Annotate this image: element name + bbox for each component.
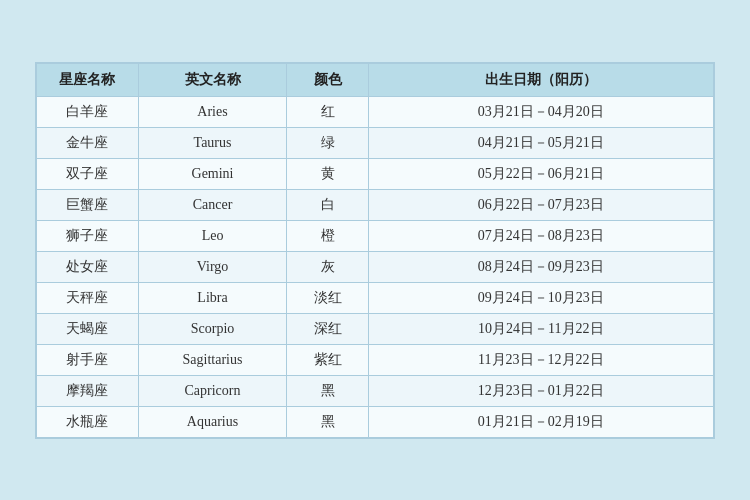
cell-english: Cancer	[138, 189, 287, 220]
cell-date: 01月21日－02月19日	[368, 406, 713, 437]
cell-color: 橙	[287, 220, 368, 251]
cell-chinese: 巨蟹座	[37, 189, 139, 220]
table-row: 白羊座Aries红03月21日－04月20日	[37, 96, 714, 127]
table-row: 巨蟹座Cancer白06月22日－07月23日	[37, 189, 714, 220]
cell-english: Aries	[138, 96, 287, 127]
header-date: 出生日期（阳历）	[368, 63, 713, 96]
cell-english: Virgo	[138, 251, 287, 282]
table-row: 摩羯座Capricorn黑12月23日－01月22日	[37, 375, 714, 406]
cell-date: 10月24日－11月22日	[368, 313, 713, 344]
table-row: 金牛座Taurus绿04月21日－05月21日	[37, 127, 714, 158]
cell-english: Gemini	[138, 158, 287, 189]
cell-english: Sagittarius	[138, 344, 287, 375]
cell-date: 08月24日－09月23日	[368, 251, 713, 282]
cell-color: 白	[287, 189, 368, 220]
table-row: 处女座Virgo灰08月24日－09月23日	[37, 251, 714, 282]
cell-color: 黑	[287, 375, 368, 406]
header-english: 英文名称	[138, 63, 287, 96]
cell-english: Capricorn	[138, 375, 287, 406]
cell-color: 黑	[287, 406, 368, 437]
cell-chinese: 处女座	[37, 251, 139, 282]
cell-chinese: 狮子座	[37, 220, 139, 251]
table-row: 天秤座Libra淡红09月24日－10月23日	[37, 282, 714, 313]
cell-date: 12月23日－01月22日	[368, 375, 713, 406]
header-chinese: 星座名称	[37, 63, 139, 96]
cell-chinese: 天蝎座	[37, 313, 139, 344]
cell-date: 04月21日－05月21日	[368, 127, 713, 158]
cell-english: Scorpio	[138, 313, 287, 344]
cell-color: 灰	[287, 251, 368, 282]
cell-date: 07月24日－08月23日	[368, 220, 713, 251]
cell-color: 深红	[287, 313, 368, 344]
cell-date: 05月22日－06月21日	[368, 158, 713, 189]
cell-english: Taurus	[138, 127, 287, 158]
cell-color: 淡红	[287, 282, 368, 313]
cell-color: 黄	[287, 158, 368, 189]
cell-chinese: 金牛座	[37, 127, 139, 158]
zodiac-table: 星座名称 英文名称 颜色 出生日期（阳历） 白羊座Aries红03月21日－04…	[36, 63, 714, 438]
table-row: 双子座Gemini黄05月22日－06月21日	[37, 158, 714, 189]
table-row: 狮子座Leo橙07月24日－08月23日	[37, 220, 714, 251]
table-row: 水瓶座Aquarius黑01月21日－02月19日	[37, 406, 714, 437]
cell-color: 红	[287, 96, 368, 127]
table-row: 射手座Sagittarius紫红11月23日－12月22日	[37, 344, 714, 375]
cell-english: Leo	[138, 220, 287, 251]
cell-chinese: 射手座	[37, 344, 139, 375]
cell-chinese: 天秤座	[37, 282, 139, 313]
cell-date: 06月22日－07月23日	[368, 189, 713, 220]
cell-color: 绿	[287, 127, 368, 158]
cell-chinese: 水瓶座	[37, 406, 139, 437]
table-row: 天蝎座Scorpio深红10月24日－11月22日	[37, 313, 714, 344]
cell-date: 11月23日－12月22日	[368, 344, 713, 375]
header-color: 颜色	[287, 63, 368, 96]
table-header-row: 星座名称 英文名称 颜色 出生日期（阳历）	[37, 63, 714, 96]
cell-english: Libra	[138, 282, 287, 313]
zodiac-table-container: 星座名称 英文名称 颜色 出生日期（阳历） 白羊座Aries红03月21日－04…	[35, 62, 715, 439]
cell-date: 09月24日－10月23日	[368, 282, 713, 313]
cell-date: 03月21日－04月20日	[368, 96, 713, 127]
cell-chinese: 白羊座	[37, 96, 139, 127]
cell-color: 紫红	[287, 344, 368, 375]
cell-english: Aquarius	[138, 406, 287, 437]
cell-chinese: 双子座	[37, 158, 139, 189]
cell-chinese: 摩羯座	[37, 375, 139, 406]
